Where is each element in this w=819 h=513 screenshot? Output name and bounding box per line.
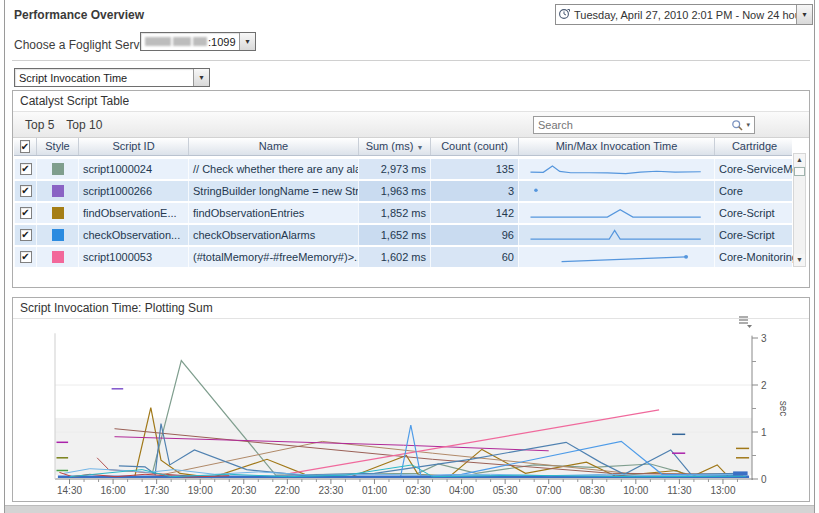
metric-select[interactable]: Script Invocation Time ▾ xyxy=(14,68,210,87)
svg-text:10:00: 10:00 xyxy=(623,485,648,496)
page-right-border xyxy=(814,0,815,513)
search-input[interactable] xyxy=(534,119,731,131)
cell-sum: 1,852 ms xyxy=(358,203,430,223)
select-all-checkbox[interactable]: ✔ xyxy=(20,140,30,153)
column-header-count[interactable]: Count (count) xyxy=(430,138,518,155)
row-checkbox[interactable]: ✔ xyxy=(20,163,32,175)
scrollbar-thumb[interactable] xyxy=(794,167,805,176)
cell-count: 60 xyxy=(430,247,518,267)
cell-cartridge: Core-Script xyxy=(714,225,794,245)
svg-text:08:30: 08:30 xyxy=(580,485,605,496)
svg-text:13:00: 13:00 xyxy=(710,485,735,496)
cell-cartridge: Core-ServiceModel-... xyxy=(714,159,794,179)
cell-name: // Check whether there are any alar... xyxy=(188,159,358,179)
page-left-border xyxy=(4,0,5,513)
caret-down-icon: ▾ xyxy=(245,37,249,46)
cell-name: findObservationEntries xyxy=(188,203,358,223)
caret-down-icon: ▾ xyxy=(802,10,806,19)
row-checkbox[interactable]: ✔ xyxy=(20,251,32,263)
table-panel-title: Catalyst Script Table xyxy=(13,91,809,112)
column-header-name[interactable]: Name xyxy=(188,138,358,155)
metric-dropdown-button[interactable]: ▾ xyxy=(193,69,209,86)
search-icon[interactable] xyxy=(731,119,744,132)
scroll-up-icon[interactable]: ▲ xyxy=(794,154,805,166)
select-all-cell: ✔ xyxy=(14,138,36,155)
table-row[interactable]: ✔ script1000053 (#totalMemory#-#freeMemo… xyxy=(14,247,792,267)
table-row[interactable]: ✔ checkObservation... checkObservationAl… xyxy=(14,225,792,245)
cell-sum: 1,602 ms xyxy=(358,247,430,267)
table-toolbar: Top 5 Top 10 ▾ xyxy=(13,112,809,138)
cell-script-id: script1000266 xyxy=(78,181,188,201)
svg-text:05:30: 05:30 xyxy=(493,485,518,496)
column-header-minmax[interactable]: Min/Max Invocation Time xyxy=(518,138,714,155)
server-port-text: :1099 xyxy=(208,36,236,48)
server-select[interactable]: :1099 ▾ xyxy=(140,32,256,51)
sort-desc-icon: ▼ xyxy=(416,144,423,151)
svg-text:02:30: 02:30 xyxy=(406,485,431,496)
cell-minmax-sparkline xyxy=(518,225,714,245)
footer-strip xyxy=(5,505,814,513)
time-range-clock-icon xyxy=(556,6,572,24)
column-header-script-id[interactable]: Script ID xyxy=(78,138,188,155)
cell-cartridge: Core-MonitoringPolicy xyxy=(714,247,794,267)
server-dropdown-button[interactable]: ▾ xyxy=(239,33,255,50)
cell-cartridge: Core xyxy=(714,181,794,201)
column-header-style[interactable]: Style xyxy=(36,138,78,155)
row-checkbox[interactable]: ✔ xyxy=(20,185,32,197)
svg-text:07:00: 07:00 xyxy=(536,485,561,496)
svg-text:19:00: 19:00 xyxy=(188,485,213,496)
performance-overview-page: Performance Overview Tuesday, April 27, … xyxy=(0,0,819,513)
redacted-text-block xyxy=(145,37,171,46)
row-checkbox[interactable]: ✔ xyxy=(20,207,32,219)
caret-down-icon: ▾ xyxy=(199,73,203,82)
scroll-down-icon[interactable]: ▼ xyxy=(794,254,805,266)
time-range-selector[interactable]: Tuesday, April 27, 2010 2:01 PM - Now 24… xyxy=(555,4,813,25)
cell-name: (#totalMemory#-#freeMemory#)>... xyxy=(188,247,358,267)
svg-text:04:00: 04:00 xyxy=(449,485,474,496)
svg-text:3: 3 xyxy=(761,333,767,344)
table-row[interactable]: ✔ script1000024 // Check whether there a… xyxy=(14,159,792,179)
time-range-text: Tuesday, April 27, 2010 2:01 PM - Now 24… xyxy=(572,9,796,21)
column-header-cartridge[interactable]: Cartridge xyxy=(714,138,794,155)
cell-script-id: checkObservation... xyxy=(78,225,188,245)
cell-minmax-sparkline xyxy=(518,181,714,201)
column-header-sum[interactable]: Sum (ms) ▼ xyxy=(358,138,430,155)
search-box: ▾ xyxy=(533,116,755,134)
svg-text:16:00: 16:00 xyxy=(101,485,126,496)
style-swatch xyxy=(52,185,64,197)
table-row[interactable]: ✔ script1000266 StringBuilder longName =… xyxy=(14,181,792,201)
row-checkbox[interactable]: ✔ xyxy=(20,229,32,241)
separator-line xyxy=(12,60,810,61)
style-swatch xyxy=(52,163,64,175)
svg-text:01:00: 01:00 xyxy=(362,485,387,496)
page-title: Performance Overview xyxy=(14,8,144,22)
cell-cartridge: Core-Script xyxy=(714,203,794,223)
cell-count: 142 xyxy=(430,203,518,223)
cell-count: 135 xyxy=(430,159,518,179)
vertical-scrollbar[interactable]: ▲ ▼ xyxy=(793,153,806,267)
time-range-dropdown-button[interactable]: ▾ xyxy=(796,5,812,24)
svg-text:20:30: 20:30 xyxy=(231,485,256,496)
line-chart: 14:3016:0017:3019:0020:3022:0023:3001:00… xyxy=(14,318,810,501)
redacted-text-block xyxy=(193,37,207,46)
cell-name: checkObservationAlarms xyxy=(188,225,358,245)
server-value: :1099 xyxy=(141,36,239,48)
chart-menu-icon[interactable] xyxy=(737,314,753,327)
chart-panel: Script Invocation Time: Plotting Sum 14:… xyxy=(12,297,810,502)
search-options-caret-icon[interactable]: ▾ xyxy=(744,121,754,129)
svg-text:2: 2 xyxy=(761,380,767,391)
svg-text:0: 0 xyxy=(761,474,767,485)
cell-name: StringBuilder longName = new Strin... xyxy=(188,181,358,201)
cell-script-id: script1000053 xyxy=(78,247,188,267)
top-10-button[interactable]: Top 10 xyxy=(66,118,102,132)
cell-minmax-sparkline xyxy=(518,203,714,223)
table-header-row: ✔ Style Script ID Name Sum (ms) ▼ Count … xyxy=(14,138,792,156)
catalyst-script-table-panel: Catalyst Script Table Top 5 Top 10 ▾ ✔ S… xyxy=(12,90,810,288)
svg-text:17:30: 17:30 xyxy=(144,485,169,496)
metric-select-value: Script Invocation Time xyxy=(15,72,193,84)
top-5-button[interactable]: Top 5 xyxy=(25,118,54,132)
style-swatch xyxy=(52,251,64,263)
cell-count: 3 xyxy=(430,181,518,201)
svg-text:11:30: 11:30 xyxy=(667,485,692,496)
table-row[interactable]: ✔ findObservationE... findObservationEnt… xyxy=(14,203,792,223)
